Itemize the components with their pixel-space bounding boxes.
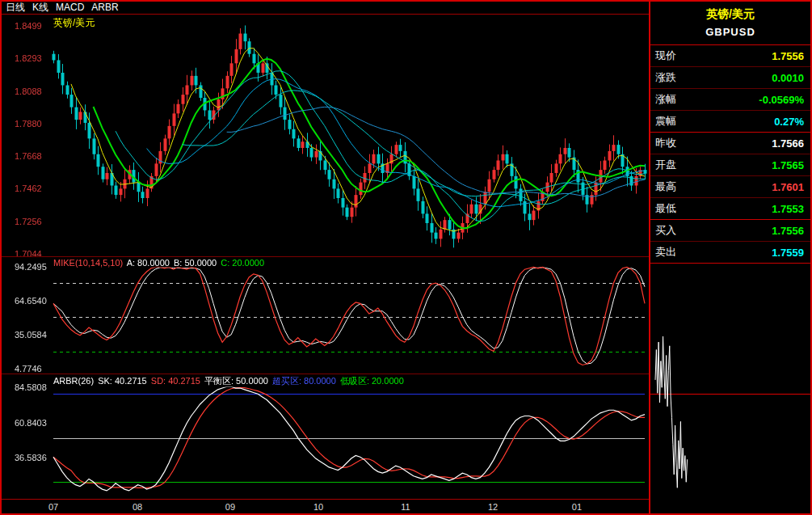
menu-item-4[interactable]: ARBR [91, 2, 118, 14]
mike-indicator-panel: MIKE(10,14,5,10) A: 80.0000 B: 50.0000 C… [2, 256, 649, 374]
quote-label-low: 最低 [655, 201, 676, 216]
indicator-header-segment: ARBR(26) [53, 376, 94, 386]
chart-column: 日线K线MACDARBR 英镑/美元 MIKE(10,14,5,10) A: 8… [2, 2, 649, 513]
time-axis-label-11: 11 [401, 502, 410, 512]
quote-row-change: 涨跌0.0010 [650, 67, 810, 89]
time-axis-label-12: 12 [488, 502, 498, 512]
quote-value-change: 0.0010 [772, 72, 804, 84]
top-bar: 日线K线MACDARBR [2, 2, 649, 15]
quote-value-high: 1.7601 [772, 181, 804, 193]
chart-symbol-label: 英镑/美元 [53, 16, 95, 30]
indicator-header-segment: 超买区: 80.0000 [270, 376, 336, 386]
menu-item-3[interactable]: MACD [56, 2, 84, 14]
menu-item-1[interactable]: 日线 [6, 2, 25, 14]
symbol-code: GBPUSD [650, 26, 810, 38]
time-axis-label-01: 01 [572, 502, 582, 512]
quote-row-last-price: 现价1.7556 [650, 45, 810, 67]
indicator-header-segment: MIKE(10,14,5,10) [53, 258, 123, 268]
price-chart-panel: 英镑/美元 [2, 15, 649, 256]
indicator-header-segment: A: 80.0000 [124, 258, 170, 268]
indicator-header-segment: 平衡区: 50.0000 [202, 376, 268, 386]
quote-value-amplitude: 0.27% [774, 116, 804, 128]
time-axis: 07080910111201 [2, 499, 649, 513]
quote-value-bid: 1.7556 [772, 225, 804, 237]
quote-label-open: 开盘 [655, 158, 676, 172]
quote-label-amplitude: 震幅 [655, 114, 676, 129]
mini-chart-panel [650, 264, 810, 513]
quote-label-change: 涨跌 [655, 70, 676, 85]
quote-value-low: 1.7553 [772, 203, 804, 215]
mini-chart-canvas[interactable] [650, 264, 810, 513]
quote-row-change-percent: 涨幅-0.0569% [650, 89, 810, 111]
quote-label-ask: 卖出 [655, 245, 676, 260]
time-axis-label-07: 07 [48, 502, 58, 512]
quote-value-change-percent: -0.0569% [759, 94, 804, 106]
indicator-header-segment: 低吸区: 20.0000 [338, 376, 404, 386]
quote-rows: 现价1.7556涨跌0.0010涨幅-0.0569%震幅0.27%昨收1.756… [650, 45, 810, 264]
quote-value-ask: 1.7559 [772, 247, 804, 259]
indicator-header-segment: B: 50.0000 [171, 258, 217, 268]
mike-chart-canvas[interactable] [2, 257, 649, 374]
time-axis-label-08: 08 [133, 502, 142, 512]
indicator-header-segment: SD: 40.2715 [149, 376, 200, 386]
arbr-chart-canvas[interactable] [2, 374, 649, 499]
quote-row-open: 开盘1.7565 [650, 154, 810, 176]
quote-label-bid: 买入 [655, 223, 676, 238]
quote-row-prev-close: 昨收1.7566 [650, 133, 810, 154]
mike-indicator-header: MIKE(10,14,5,10) A: 80.0000 B: 50.0000 C… [53, 258, 266, 268]
quote-value-open: 1.7565 [772, 159, 804, 171]
quote-label-prev-close: 昨收 [655, 136, 676, 150]
quote-row-bid: 买入1.7556 [650, 220, 810, 242]
quote-value-prev-close: 1.7566 [772, 137, 804, 150]
quote-row-amplitude: 震幅0.27% [650, 111, 810, 133]
quote-label-last-price: 现价 [655, 49, 676, 63]
arbr-indicator-header: ARBR(26) SK: 40.2715 SD: 40.2715 平衡区: 50… [53, 375, 406, 387]
quote-row-low: 最低1.7553 [650, 198, 810, 220]
time-axis-label-10: 10 [313, 502, 323, 512]
quote-label-change-percent: 涨幅 [655, 92, 676, 107]
arbr-indicator-panel: ARBR(26) SK: 40.2715 SD: 40.2715 平衡区: 50… [2, 374, 649, 499]
quote-header: 英镑/美元 GBPUSD [650, 2, 810, 45]
quote-row-high: 最高1.7601 [650, 176, 810, 198]
menu-item-2[interactable]: K线 [32, 2, 48, 14]
trading-terminal: 日线K线MACDARBR 英镑/美元 MIKE(10,14,5,10) A: 8… [0, 0, 812, 515]
time-axis-label-09: 09 [225, 502, 235, 512]
symbol-name-cn: 英镑/美元 [650, 7, 810, 22]
quote-row-ask: 卖出1.7559 [650, 242, 810, 264]
quote-panel: 英镑/美元 GBPUSD 现价1.7556涨跌0.0010涨幅-0.0569%震… [649, 2, 810, 513]
quote-value-last-price: 1.7556 [772, 50, 804, 62]
indicator-header-segment: C: 20.0000 [218, 258, 264, 268]
indicator-header-segment: SK: 40.2715 [95, 376, 147, 386]
quote-label-high: 最高 [655, 179, 676, 194]
price-chart-canvas[interactable] [2, 15, 649, 256]
